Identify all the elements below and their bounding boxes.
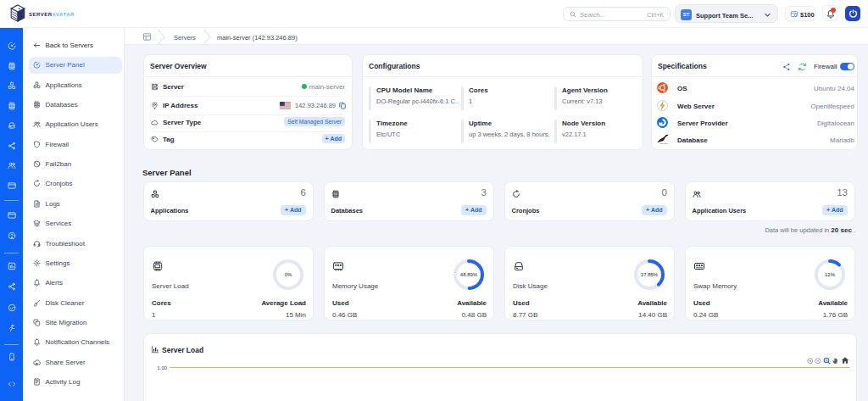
svg-text:MariaDB: MariaDB (659, 142, 668, 143)
